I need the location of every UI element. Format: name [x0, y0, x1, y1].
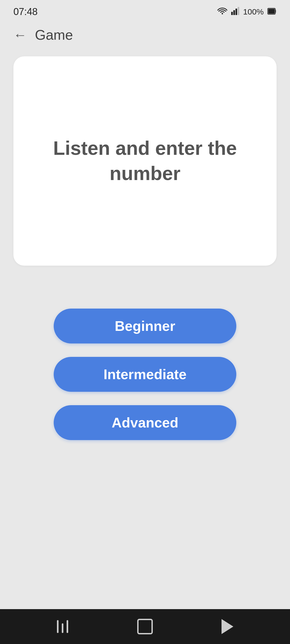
instruction-text: Listen and enter the number — [30, 136, 260, 186]
main-content: Listen and enter the number Beginner Int… — [0, 48, 290, 609]
recents-button[interactable] — [52, 616, 73, 637]
page-title: Game — [35, 27, 73, 43]
back-nav-button[interactable] — [217, 616, 238, 637]
status-icons: 100% — [217, 7, 277, 17]
battery-percentage: 100% — [243, 7, 264, 16]
back-button[interactable]: ← — [11, 25, 30, 44]
svg-rect-3 — [238, 7, 239, 15]
nav-bar — [0, 609, 290, 644]
battery-icon — [267, 8, 277, 16]
instruction-card: Listen and enter the number — [13, 56, 277, 266]
wifi-icon — [217, 7, 227, 17]
top-bar: ← Game — [0, 21, 290, 48]
advanced-button[interactable]: Advanced — [54, 405, 236, 440]
svg-rect-0 — [231, 12, 233, 15]
svg-rect-2 — [235, 9, 237, 15]
difficulty-buttons: Beginner Intermediate Advanced — [13, 309, 277, 440]
beginner-button[interactable]: Beginner — [54, 309, 236, 343]
svg-rect-5 — [268, 9, 275, 14]
intermediate-button[interactable]: Intermediate — [54, 357, 236, 392]
signal-icon — [231, 7, 239, 17]
status-bar: 07:48 100% — [0, 0, 290, 21]
svg-rect-1 — [233, 10, 235, 15]
home-button[interactable] — [134, 616, 156, 637]
status-time: 07:48 — [13, 6, 38, 17]
back-arrow-icon: ← — [13, 28, 27, 42]
